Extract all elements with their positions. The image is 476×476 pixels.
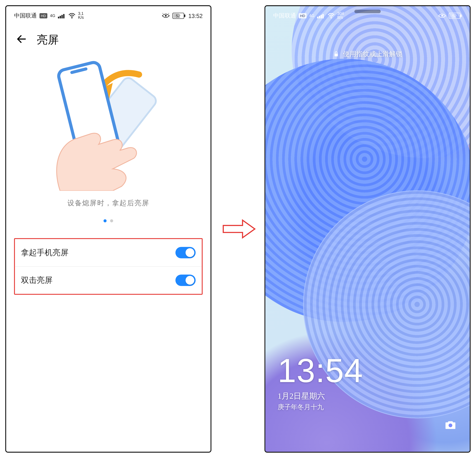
- lock-date: 1月2日星期六: [278, 391, 363, 401]
- back-arrow-icon: [16, 33, 27, 45]
- illustration-caption: 设备熄屏时，拿起后亮屏: [68, 199, 150, 208]
- unlock-hint: 使用指纹或上滑解锁: [265, 50, 470, 58]
- svg-line-10: [169, 13, 170, 14]
- toggle-switch[interactable]: [175, 275, 196, 286]
- lockscreen-phone-screenshot: 中国联通 HD 4G 304 B/s 52 使用指纹或上滑解锁 13:54 1月…: [265, 5, 471, 453]
- setting-label: 拿起手机亮屏: [21, 247, 68, 258]
- status-bar: 中国联通 HD 4G 3.1 K/s 52 13:52: [6, 6, 211, 25]
- battery-pct: 52: [452, 14, 457, 18]
- signal-icon: [317, 13, 325, 18]
- svg-rect-21: [319, 16, 320, 18]
- page-dot-2[interactable]: [110, 219, 113, 222]
- settings-phone-screenshot: 中国联通 HD 4G 3.1 K/s 52 13:52 亮屏: [5, 5, 211, 453]
- svg-line-8: [162, 13, 163, 14]
- camera-shortcut[interactable]: [441, 415, 460, 434]
- svg-rect-4: [61, 15, 63, 18]
- wifi-icon: [68, 13, 75, 18]
- network-label: 4G: [50, 14, 55, 18]
- svg-rect-5: [63, 14, 64, 18]
- battery-pct: 52: [176, 14, 181, 18]
- svg-text:HD: HD: [300, 14, 305, 18]
- svg-rect-27: [460, 15, 462, 17]
- svg-rect-12: [184, 15, 186, 17]
- net-speed: 3.1 K/s: [78, 12, 84, 20]
- arrow-right-icon: [221, 216, 256, 242]
- hd-icon: HD: [39, 13, 47, 18]
- setting-label: 双击亮屏: [21, 275, 52, 286]
- svg-rect-23: [323, 14, 324, 18]
- title-bar: 亮屏: [6, 25, 211, 49]
- svg-rect-22: [321, 15, 322, 18]
- settings-group-highlighted: 拿起手机亮屏 双击亮屏: [14, 238, 203, 295]
- camera-icon: [444, 418, 457, 431]
- lockscreen-clock: 13:54 1月2日星期六 庚子年冬月十九: [278, 354, 363, 411]
- toggle-switch[interactable]: [175, 247, 196, 258]
- lock-time: 13:54: [278, 354, 363, 387]
- svg-point-24: [331, 17, 332, 18]
- pickup-phone-illustration: [47, 59, 170, 191]
- notch: [354, 10, 381, 13]
- network-label: 4G: [309, 14, 314, 18]
- eye-comfort-icon: [438, 13, 446, 18]
- svg-rect-3: [60, 16, 61, 18]
- carrier-label: 中国联通: [273, 12, 296, 20]
- back-button[interactable]: [16, 33, 27, 46]
- battery-icon: 52: [172, 13, 186, 19]
- svg-rect-2: [58, 17, 59, 18]
- svg-rect-20: [317, 17, 318, 18]
- svg-text:HD: HD: [41, 14, 46, 18]
- illustration: 设备熄屏时，拿起后亮屏: [6, 49, 211, 222]
- lock-icon: [333, 51, 340, 57]
- page-indicator: [103, 219, 113, 222]
- svg-point-7: [165, 15, 167, 17]
- svg-rect-29: [335, 54, 338, 56]
- setting-double-tap-to-wake[interactable]: 双击亮屏: [15, 266, 202, 294]
- transition-arrow: [217, 0, 261, 458]
- status-bar: 中国联通 HD 4G 304 B/s 52: [265, 6, 470, 25]
- unlock-hint-text: 使用指纹或上滑解锁: [343, 50, 402, 58]
- page-title: 亮屏: [37, 33, 59, 47]
- carrier-label: 中国联通: [14, 12, 37, 20]
- hd-icon: HD: [299, 13, 306, 18]
- status-time: 13:52: [188, 13, 203, 19]
- wifi-icon: [328, 13, 335, 18]
- svg-point-25: [441, 15, 443, 17]
- signal-icon: [58, 13, 66, 18]
- eye-comfort-icon: [162, 13, 170, 18]
- svg-point-30: [449, 424, 452, 427]
- page-dot-1[interactable]: [103, 219, 106, 222]
- lock-lunar-date: 庚子年冬月十九: [278, 403, 363, 411]
- svg-point-6: [71, 17, 72, 18]
- net-speed: 304 B/s: [337, 12, 344, 20]
- battery-icon: 52: [449, 13, 462, 19]
- setting-raise-to-wake[interactable]: 拿起手机亮屏: [15, 239, 202, 266]
